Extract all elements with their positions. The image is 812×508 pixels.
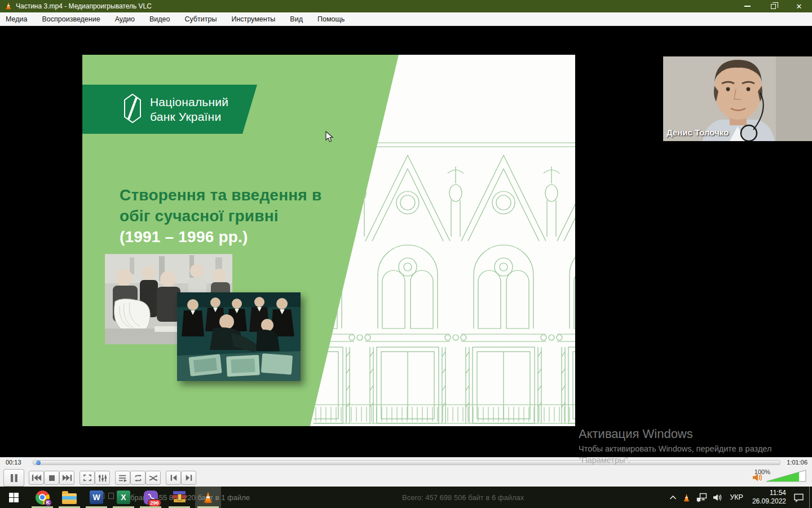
- network-icon: [696, 493, 707, 502]
- step-back-icon: [170, 474, 178, 481]
- windows-logo-icon: [9, 493, 19, 502]
- chrome-icon: K: [36, 491, 50, 505]
- menu-audio[interactable]: Аудио: [114, 14, 136, 24]
- viber-unread-badge: 296: [148, 499, 161, 507]
- menu-video[interactable]: Видео: [148, 14, 171, 24]
- restore-icon: [771, 4, 776, 9]
- tray-network[interactable]: [694, 487, 710, 508]
- menu-bar: Медиа Воспроизведение Аудио Видео Субтит…: [0, 12, 812, 26]
- tray-volume[interactable]: [710, 487, 725, 508]
- chevron-up-icon: [669, 495, 677, 500]
- mouse-cursor: [325, 131, 334, 145]
- menu-playback[interactable]: Воспроизведение: [41, 14, 101, 24]
- tray-chevron-button[interactable]: [667, 487, 679, 508]
- stop-icon: [48, 475, 55, 481]
- vlc-cone-icon: [682, 493, 691, 502]
- title-bar: Частина 3.mp4 - Медиапроигрыватель VLC ✕: [0, 0, 812, 12]
- menu-tools[interactable]: Инструменты: [230, 14, 276, 24]
- tray-vlc[interactable]: [679, 487, 694, 508]
- taskbar-word[interactable]: W: [83, 487, 110, 508]
- video-area[interactable]: Національний банк України Створення та в…: [0, 26, 812, 457]
- viber-icon: 296: [144, 491, 158, 505]
- vlc-window: Частина 3.mp4 - Медиапроигрыватель VLC ✕…: [0, 0, 812, 508]
- word-icon: W: [90, 491, 103, 504]
- player-controls: 100%: [0, 468, 812, 487]
- playlist-icon: [118, 474, 127, 482]
- slide-title-line2: обіг сучасної гривні: [120, 205, 321, 226]
- start-button[interactable]: [0, 487, 27, 508]
- slide-title-line3: (1991 – 1996 рр.): [120, 226, 321, 247]
- clock[interactable]: 11:54 26.09.2022: [748, 487, 791, 508]
- taskbar-vlc-active[interactable]: [195, 487, 222, 508]
- webcam-overlay: Денис Толочко: [657, 55, 812, 143]
- nbu-banner: Національний банк України: [82, 85, 257, 134]
- next-frame-button[interactable]: [181, 471, 196, 485]
- fullscreen-icon: [83, 474, 92, 481]
- presentation-slide: Національний банк України Створення та в…: [82, 55, 575, 426]
- excel-icon: X: [117, 491, 130, 504]
- equalizer-icon: [98, 474, 107, 482]
- nbu-logo-line1: Національний: [150, 95, 228, 109]
- clock-date: 26.09.2022: [752, 497, 786, 506]
- webcam-name-label: Денис Толочко: [667, 128, 729, 137]
- nbu-logo-icon: [123, 93, 142, 126]
- next-button[interactable]: [59, 471, 74, 485]
- playlist-button[interactable]: [115, 471, 130, 485]
- current-time: 00:13: [6, 459, 21, 466]
- fullscreen-button[interactable]: [80, 471, 95, 485]
- slide-title: Створення та введення в обіг сучасної гр…: [120, 185, 321, 247]
- taskbar: Выбрано: 455 864 220 байт в 1 файле Всег…: [0, 487, 812, 508]
- winrar-icon: [173, 491, 186, 504]
- volume-control[interactable]: 100%: [752, 470, 806, 482]
- shuffle-icon: [149, 474, 158, 482]
- chrome-profile-badge: K: [45, 499, 52, 506]
- language-indicator[interactable]: УКР: [725, 487, 748, 508]
- taskbar-chrome[interactable]: K: [29, 487, 56, 508]
- show-desktop-button[interactable]: [809, 487, 812, 508]
- taskbar-excel[interactable]: X: [110, 487, 137, 508]
- loop-button[interactable]: [130, 471, 145, 485]
- close-button[interactable]: ✕: [786, 0, 812, 12]
- menu-help[interactable]: Помощь: [316, 14, 346, 24]
- extended-settings-button[interactable]: [95, 471, 110, 485]
- system-tray: УКР 11:54 26.09.2022: [667, 487, 812, 508]
- previous-frame-button[interactable]: [166, 471, 181, 485]
- nbu-logo-line2: банк України: [150, 110, 228, 124]
- menu-media[interactable]: Медиа: [5, 14, 28, 24]
- skip-back-icon: [32, 474, 42, 481]
- volume-percent-label: 100%: [754, 468, 770, 475]
- step-forward-icon: [185, 474, 193, 481]
- stop-button[interactable]: [44, 471, 59, 485]
- close-icon: ✕: [796, 3, 802, 10]
- pause-button[interactable]: [3, 469, 24, 487]
- menu-view[interactable]: Вид: [289, 14, 304, 24]
- minimize-button[interactable]: [734, 0, 760, 12]
- menu-subtitles[interactable]: Субтитры: [183, 14, 218, 24]
- notification-icon: [793, 493, 804, 502]
- player-panel: 00:13 1:01:06: [0, 457, 812, 487]
- clock-time: 11:54: [752, 489, 786, 497]
- restore-button[interactable]: [760, 0, 786, 12]
- taskbar-winrar[interactable]: [166, 487, 193, 508]
- total-time: 1:01:06: [787, 459, 807, 466]
- minimize-icon: [744, 6, 751, 7]
- previous-button[interactable]: [29, 471, 44, 485]
- speaker-icon: [713, 493, 722, 502]
- seek-bar[interactable]: [33, 460, 780, 465]
- pause-icon: [10, 474, 18, 483]
- shuffle-button[interactable]: [145, 471, 161, 485]
- window-title: Частина 3.mp4 - Медиапроигрыватель VLC: [16, 2, 152, 10]
- action-center-button[interactable]: [791, 487, 807, 508]
- skip-forward-icon: [62, 474, 72, 481]
- total-bytes-text: Всего: 457 698 506 байт в 6 файлах: [402, 493, 524, 502]
- taskbar-explorer[interactable]: [56, 487, 83, 508]
- vlc-cone-icon: [5, 2, 12, 11]
- taskbar-viber[interactable]: 296: [137, 487, 164, 508]
- vlc-cone-icon: [202, 491, 214, 503]
- seek-handle[interactable]: [36, 461, 41, 465]
- file-explorer-icon: [62, 493, 77, 504]
- loop-icon: [134, 474, 143, 482]
- slide-title-line1: Створення та введення в: [120, 185, 321, 205]
- volume-slider[interactable]: [766, 470, 806, 482]
- nbu-logo-text: Національний банк України: [150, 95, 228, 123]
